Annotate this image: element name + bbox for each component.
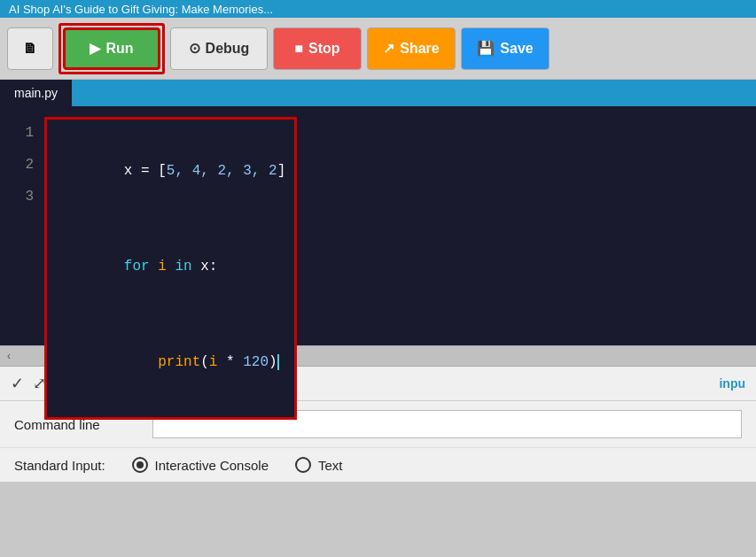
debug-icon: ⊙ [189, 40, 200, 57]
code-line-1: x = [5, 4, 2, 3, 2] [56, 123, 285, 219]
run-button-wrapper: ▶ Run [58, 23, 165, 74]
share-icon: ↗ [383, 40, 394, 57]
stop-button[interactable]: ■ Stop [273, 27, 362, 70]
save-label: Save [500, 41, 533, 57]
interactive-console-radio[interactable] [132, 457, 148, 473]
stop-label: Stop [308, 41, 340, 57]
save-button[interactable]: 💾 Save [461, 27, 549, 70]
toolbar: 🗎 ▶ Run ⊙ Debug ■ Stop ↗ Share 💾 Save [0, 18, 756, 80]
interactive-console-label: Interactive Console [155, 458, 269, 473]
code-content[interactable]: x = [5, 4, 2, 3, 2] for i in x: print(i … [44, 115, 756, 337]
text-label: Text [318, 458, 343, 473]
interactive-console-option[interactable]: Interactive Console [132, 457, 269, 473]
text-radio[interactable] [295, 457, 311, 473]
code-line-3: print(i * 120) [56, 314, 285, 410]
run-label: Run [105, 41, 133, 57]
code-box: x = [5, 4, 2, 3, 2] for i in x: print(i … [44, 117, 297, 420]
new-file-icon: 🗎 [23, 41, 37, 57]
text-option[interactable]: Text [295, 457, 343, 473]
play-icon: ▶ [90, 40, 100, 57]
debug-label: Debug [206, 41, 250, 57]
tab-main-py[interactable]: main.py [0, 80, 73, 106]
tab-bar: main.py [0, 80, 756, 106]
code-line-2: for i in x: [56, 219, 285, 314]
stop-icon: ■ [294, 41, 303, 57]
new-file-button[interactable]: 🗎 [7, 27, 53, 70]
line-numbers: 1 2 3 [0, 115, 44, 337]
share-label: Share [400, 41, 439, 57]
top-banner: AI Shop AI's Guide to Gift Giving: Make … [0, 0, 756, 18]
debug-button[interactable]: ⊙ Debug [170, 27, 268, 70]
chevron-down-icon: ✓ [11, 374, 24, 393]
line-number-2: 2 [0, 149, 34, 181]
standard-input-label: Standard Input: [14, 458, 105, 473]
editor-area[interactable]: 1 2 3 x = [5, 4, 2, 3, 2] for i in x: pr… [0, 106, 756, 345]
collapse-arrow[interactable]: ‹ [7, 350, 11, 362]
collapse-button[interactable]: ✓ [11, 374, 24, 393]
banner-text: AI Shop AI's Guide to Gift Giving: Make … [9, 3, 273, 16]
run-button[interactable]: ▶ Run [63, 27, 160, 70]
line-number-1: 1 [0, 117, 34, 149]
save-icon: 💾 [477, 40, 495, 57]
standard-input-row: Standard Input: Interactive Console Text [0, 448, 756, 482]
line-number-3: 3 [0, 181, 34, 213]
inpu-label: inpu [719, 376, 745, 391]
share-button[interactable]: ↗ Share [367, 27, 456, 70]
tab-label: main.py [14, 86, 58, 100]
